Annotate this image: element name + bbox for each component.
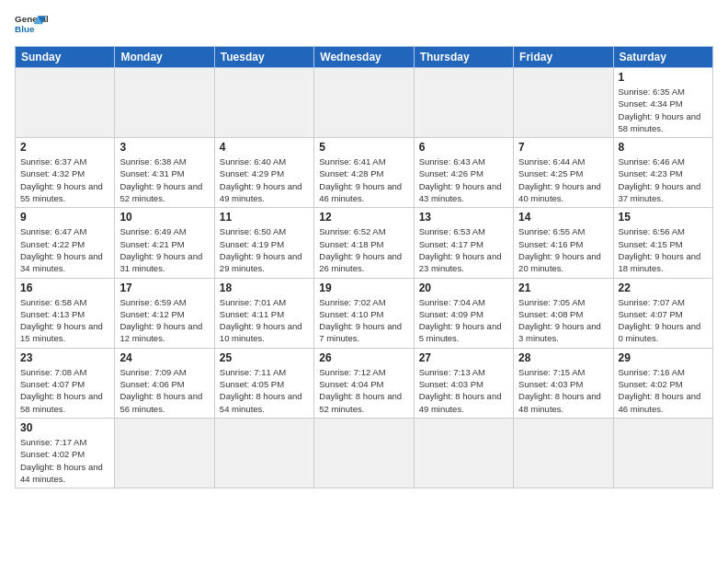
day-number: 21 bbox=[518, 282, 608, 294]
calendar-week-row: 2Sunrise: 6:37 AMSunset: 4:32 PMDaylight… bbox=[16, 138, 713, 208]
calendar-cell: 20Sunrise: 7:04 AMSunset: 4:09 PMDayligh… bbox=[414, 278, 513, 348]
day-info: Sunrise: 6:49 AMSunset: 4:21 PMDaylight:… bbox=[119, 225, 209, 274]
calendar-cell: 9Sunrise: 6:47 AMSunset: 4:22 PMDaylight… bbox=[16, 208, 115, 278]
calendar-cell bbox=[115, 418, 214, 488]
calendar-header-monday: Monday bbox=[115, 47, 214, 68]
day-number: 16 bbox=[20, 282, 109, 294]
day-info: Sunrise: 6:53 AMSunset: 4:17 PMDaylight:… bbox=[419, 225, 508, 274]
day-info: Sunrise: 6:41 AMSunset: 4:28 PMDaylight:… bbox=[319, 155, 408, 204]
calendar-week-row: 9Sunrise: 6:47 AMSunset: 4:22 PMDaylight… bbox=[16, 208, 713, 278]
day-number: 17 bbox=[119, 282, 209, 294]
day-info: Sunrise: 7:07 AMSunset: 4:07 PMDaylight:… bbox=[619, 296, 708, 345]
day-info: Sunrise: 7:15 AMSunset: 4:03 PMDaylight:… bbox=[518, 366, 608, 415]
calendar: SundayMondayTuesdayWednesdayThursdayFrid… bbox=[15, 46, 713, 488]
day-number: 8 bbox=[619, 141, 708, 154]
calendar-cell: 22Sunrise: 7:07 AMSunset: 4:07 PMDayligh… bbox=[613, 278, 712, 348]
day-info: Sunrise: 6:40 AMSunset: 4:29 PMDaylight:… bbox=[220, 155, 309, 204]
day-info: Sunrise: 7:09 AMSunset: 4:06 PMDaylight:… bbox=[119, 366, 209, 415]
calendar-header-friday: Friday bbox=[514, 47, 613, 68]
day-info: Sunrise: 6:46 AMSunset: 4:23 PMDaylight:… bbox=[619, 155, 708, 204]
day-info: Sunrise: 6:52 AMSunset: 4:18 PMDaylight:… bbox=[319, 225, 408, 274]
calendar-cell: 25Sunrise: 7:11 AMSunset: 4:05 PMDayligh… bbox=[214, 348, 313, 418]
day-number: 11 bbox=[220, 211, 309, 224]
day-number: 27 bbox=[419, 351, 508, 364]
day-number: 19 bbox=[319, 282, 408, 294]
calendar-week-row: 30Sunrise: 7:17 AMSunset: 4:02 PMDayligh… bbox=[16, 418, 713, 488]
day-info: Sunrise: 7:01 AMSunset: 4:11 PMDaylight:… bbox=[220, 296, 309, 345]
day-info: Sunrise: 7:13 AMSunset: 4:03 PMDaylight:… bbox=[419, 366, 508, 415]
calendar-cell: 12Sunrise: 6:52 AMSunset: 4:18 PMDayligh… bbox=[314, 208, 414, 278]
calendar-cell: 3Sunrise: 6:38 AMSunset: 4:31 PMDaylight… bbox=[115, 138, 214, 208]
calendar-cell: 5Sunrise: 6:41 AMSunset: 4:28 PMDaylight… bbox=[314, 138, 414, 208]
calendar-cell: 4Sunrise: 6:40 AMSunset: 4:29 PMDaylight… bbox=[214, 138, 313, 208]
svg-text:Blue: Blue bbox=[15, 24, 35, 34]
calendar-cell: 8Sunrise: 6:46 AMSunset: 4:23 PMDaylight… bbox=[613, 138, 712, 208]
day-info: Sunrise: 7:16 AMSunset: 4:02 PMDaylight:… bbox=[619, 366, 708, 415]
calendar-cell: 18Sunrise: 7:01 AMSunset: 4:11 PMDayligh… bbox=[214, 278, 313, 348]
day-info: Sunrise: 6:55 AMSunset: 4:16 PMDaylight:… bbox=[518, 225, 608, 274]
calendar-week-row: 23Sunrise: 7:08 AMSunset: 4:07 PMDayligh… bbox=[16, 348, 713, 418]
day-info: Sunrise: 6:37 AMSunset: 4:32 PMDaylight:… bbox=[20, 155, 109, 204]
calendar-header-thursday: Thursday bbox=[414, 47, 513, 68]
calendar-cell: 11Sunrise: 6:50 AMSunset: 4:19 PMDayligh… bbox=[214, 208, 313, 278]
day-info: Sunrise: 6:43 AMSunset: 4:26 PMDaylight:… bbox=[419, 155, 508, 204]
day-number: 12 bbox=[319, 211, 408, 224]
calendar-cell: 16Sunrise: 6:58 AMSunset: 4:13 PMDayligh… bbox=[16, 278, 115, 348]
calendar-week-row: 16Sunrise: 6:58 AMSunset: 4:13 PMDayligh… bbox=[16, 278, 713, 348]
calendar-cell: 2Sunrise: 6:37 AMSunset: 4:32 PMDaylight… bbox=[16, 138, 115, 208]
calendar-cell: 21Sunrise: 7:05 AMSunset: 4:08 PMDayligh… bbox=[514, 278, 613, 348]
page: General Blue SundayMondayTuesdayWednesda… bbox=[0, 0, 728, 563]
day-number: 9 bbox=[20, 211, 109, 224]
day-info: Sunrise: 6:58 AMSunset: 4:13 PMDaylight:… bbox=[20, 296, 109, 345]
day-info: Sunrise: 6:47 AMSunset: 4:22 PMDaylight:… bbox=[20, 225, 109, 274]
day-number: 3 bbox=[119, 141, 209, 154]
calendar-cell: 23Sunrise: 7:08 AMSunset: 4:07 PMDayligh… bbox=[16, 348, 115, 418]
calendar-cell: 17Sunrise: 6:59 AMSunset: 4:12 PMDayligh… bbox=[115, 278, 214, 348]
calendar-cell: 14Sunrise: 6:55 AMSunset: 4:16 PMDayligh… bbox=[514, 208, 613, 278]
calendar-cell bbox=[414, 68, 513, 138]
calendar-cell: 28Sunrise: 7:15 AMSunset: 4:03 PMDayligh… bbox=[514, 348, 613, 418]
day-number: 23 bbox=[20, 351, 109, 364]
day-number: 10 bbox=[119, 211, 209, 224]
day-info: Sunrise: 6:50 AMSunset: 4:19 PMDaylight:… bbox=[220, 225, 309, 274]
calendar-cell: 26Sunrise: 7:12 AMSunset: 4:04 PMDayligh… bbox=[314, 348, 414, 418]
calendar-cell bbox=[214, 418, 313, 488]
day-info: Sunrise: 6:44 AMSunset: 4:25 PMDaylight:… bbox=[518, 155, 608, 204]
header: General Blue bbox=[15, 9, 713, 42]
calendar-cell: 24Sunrise: 7:09 AMSunset: 4:06 PMDayligh… bbox=[115, 348, 214, 418]
day-info: Sunrise: 6:56 AMSunset: 4:15 PMDaylight:… bbox=[619, 225, 708, 274]
calendar-cell bbox=[115, 68, 214, 138]
calendar-header-sunday: Sunday bbox=[16, 47, 115, 68]
day-info: Sunrise: 6:38 AMSunset: 4:31 PMDaylight:… bbox=[119, 155, 209, 204]
calendar-header-row: SundayMondayTuesdayWednesdayThursdayFrid… bbox=[16, 47, 713, 68]
calendar-cell bbox=[16, 68, 115, 138]
day-number: 2 bbox=[20, 141, 109, 154]
calendar-header-saturday: Saturday bbox=[613, 47, 712, 68]
calendar-cell bbox=[613, 418, 712, 488]
calendar-header-tuesday: Tuesday bbox=[214, 47, 313, 68]
day-info: Sunrise: 7:05 AMSunset: 4:08 PMDaylight:… bbox=[518, 296, 608, 345]
calendar-cell: 1Sunrise: 6:35 AMSunset: 4:34 PMDaylight… bbox=[613, 68, 712, 138]
calendar-cell: 30Sunrise: 7:17 AMSunset: 4:02 PMDayligh… bbox=[16, 418, 115, 488]
logo: General Blue bbox=[15, 9, 48, 42]
day-number: 7 bbox=[518, 141, 608, 154]
calendar-header-wednesday: Wednesday bbox=[314, 47, 414, 68]
generalblue-logo-icon: General Blue bbox=[15, 9, 48, 42]
calendar-cell: 15Sunrise: 6:56 AMSunset: 4:15 PMDayligh… bbox=[613, 208, 712, 278]
calendar-cell bbox=[314, 418, 414, 488]
day-info: Sunrise: 6:59 AMSunset: 4:12 PMDaylight:… bbox=[119, 296, 209, 345]
calendar-cell bbox=[514, 68, 613, 138]
day-number: 25 bbox=[220, 351, 309, 364]
day-number: 6 bbox=[419, 141, 508, 154]
calendar-week-row: 1Sunrise: 6:35 AMSunset: 4:34 PMDaylight… bbox=[16, 68, 713, 138]
day-info: Sunrise: 7:04 AMSunset: 4:09 PMDaylight:… bbox=[419, 296, 508, 345]
day-number: 28 bbox=[518, 351, 608, 364]
day-number: 26 bbox=[319, 351, 408, 364]
day-info: Sunrise: 7:02 AMSunset: 4:10 PMDaylight:… bbox=[319, 296, 408, 345]
day-number: 13 bbox=[419, 211, 508, 224]
day-number: 5 bbox=[319, 141, 408, 154]
day-number: 1 bbox=[619, 71, 708, 84]
day-info: Sunrise: 7:08 AMSunset: 4:07 PMDaylight:… bbox=[20, 366, 109, 415]
calendar-cell: 6Sunrise: 6:43 AMSunset: 4:26 PMDaylight… bbox=[414, 138, 513, 208]
day-info: Sunrise: 6:35 AMSunset: 4:34 PMDaylight:… bbox=[619, 86, 708, 134]
